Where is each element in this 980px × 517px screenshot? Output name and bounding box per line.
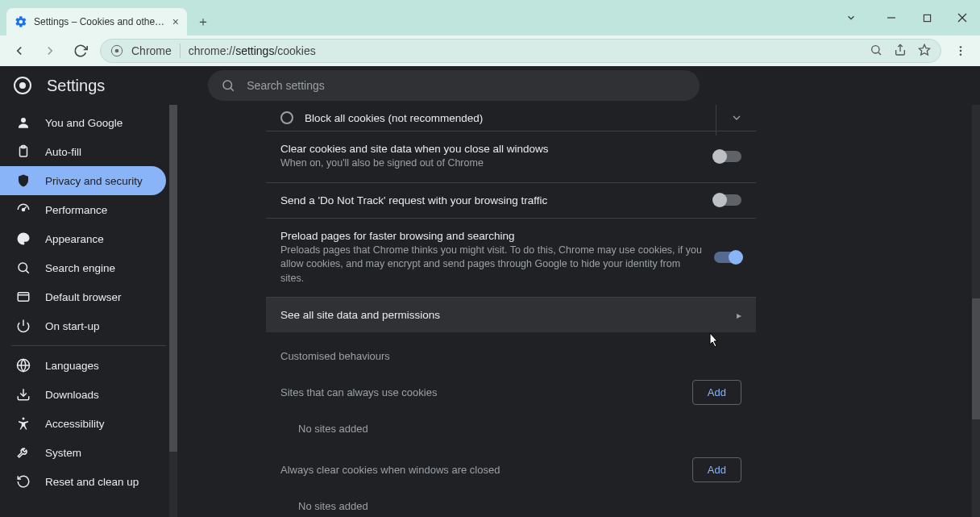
close-tab-icon[interactable]: × [172,15,179,28]
tab-title: Settings – Cookies and other site [34,16,166,27]
speed-icon [16,202,31,217]
sidebar-item-languages[interactable]: Languages [0,351,166,380]
restore-icon [16,474,31,489]
preload-title: Preload pages for faster browsing and se… [280,230,703,242]
dnt-toggle[interactable] [714,194,741,206]
svg-line-7 [878,52,881,55]
settings-page: Settings You and GoogleAuto-fillPrivacy … [0,66,980,517]
svg-point-22 [19,263,27,272]
custom-behaviours-header: Customised behaviours [266,332,756,369]
clear-on-close-title: Clear cookies and site data when you clo… [280,143,703,155]
site-info-icon[interactable] [110,44,123,57]
always-allow-label: Sites that can always use cookies [280,386,437,398]
svg-point-30 [23,418,25,420]
sidebar-item-label: You and Google [45,117,122,129]
preload-toggle[interactable] [714,252,741,263]
forward-button[interactable] [39,40,61,62]
sidebar-item-auto-fill[interactable]: Auto-fill [0,137,166,166]
sidebar-item-reset-and-clean-up[interactable]: Reset and clean up [0,467,166,496]
sidebar-item-downloads[interactable]: Downloads [0,380,166,409]
svg-point-15 [223,81,232,90]
sidebar-scrollbar[interactable] [169,105,177,517]
sidebar-item-default-browser[interactable]: Default browser [0,282,166,311]
settings-header: Settings [0,66,980,105]
power-icon [16,319,31,333]
svg-marker-9 [919,44,929,55]
tab-search-button[interactable] [833,6,869,30]
see-all-site-data-row[interactable]: See all site data and permissions ▸ [266,297,756,332]
maximize-button[interactable] [909,6,945,30]
svg-line-23 [26,270,28,273]
sidebar-item-label: Default browser [45,291,122,303]
sidebar-item-label: Search engine [45,262,115,274]
sidebar-item-accessibility[interactable]: Accessibility [0,409,166,438]
sidebar-item-label: Accessibility [45,418,105,430]
svg-rect-24 [18,293,29,302]
close-window-button[interactable] [945,6,980,30]
accessibility-icon [16,416,31,431]
dnt-title: Send a 'Do Not Track' request with your … [280,194,703,206]
preload-row: Preload pages for faster browsing and se… [266,218,756,298]
clear-on-close-row: Clear cookies and site data when you clo… [266,131,756,182]
gear-icon [15,15,27,28]
add-always-clear-button[interactable]: Add [692,457,741,482]
reload-button[interactable] [69,40,92,62]
always-clear-empty: No sites added [266,494,756,517]
sidebar-separator [11,345,166,346]
sidebar-item-label: Languages [45,360,99,372]
always-allow-empty: No sites added [266,416,756,446]
back-button[interactable] [8,40,31,62]
settings-search-input[interactable] [247,79,687,92]
sidebar-item-search-engine[interactable]: Search engine [0,253,166,282]
sidebar-item-label: Appearance [45,233,104,245]
expand-button[interactable] [716,105,756,136]
browser-tab[interactable]: Settings – Cookies and other site × [6,8,187,35]
sidebar-item-label: Privacy and security [45,175,143,187]
sidebar-item-you-and-google[interactable]: You and Google [0,108,166,137]
search-icon [16,261,31,275]
shield-icon [16,173,31,188]
block-all-cookies-option[interactable]: Block all cookies (not recommended) [266,105,756,131]
svg-point-10 [960,46,961,48]
sidebar-item-appearance[interactable]: Appearance [0,224,166,253]
sidebar-item-system[interactable]: System [0,438,166,467]
share-icon[interactable] [894,44,907,59]
zoom-icon[interactable] [870,44,882,59]
wrench-icon [16,445,31,460]
sidebar-item-privacy-and-security[interactable]: Privacy and security [0,166,166,195]
sidebar-item-label: Performance [45,204,107,216]
clipboard-icon [16,144,31,159]
add-always-allow-button[interactable]: Add [692,380,741,405]
preload-desc: Preloads pages that Chrome thinks you mi… [280,244,703,286]
omnibox-chrome-label: Chrome [131,44,172,57]
minimize-button[interactable] [874,6,909,30]
sidebar-item-label: On start-up [45,320,100,332]
chrome-logo-icon [13,76,32,95]
sidebar-item-label: Reset and clean up [45,476,139,488]
sidebar-item-on-start-up[interactable]: On start-up [0,311,166,340]
dnt-row: Send a 'Do Not Track' request with your … [266,182,756,218]
svg-line-16 [231,88,234,90]
see-all-label: See all site data and permissions [280,309,725,321]
omnibox-separator [180,44,181,58]
window-titlebar: Settings – Cookies and other site × ＋ [0,0,980,35]
svg-point-14 [19,82,26,89]
main-scrollbar[interactable] [972,105,980,517]
new-tab-button[interactable]: ＋ [192,10,214,33]
clear-on-close-toggle[interactable] [714,151,741,162]
sidebar-item-performance[interactable]: Performance [0,195,166,224]
chevron-down-icon [730,111,743,124]
bookmark-icon[interactable] [918,44,931,59]
always-clear-label: Always clear cookies when windows are cl… [280,464,500,476]
download-icon [16,387,31,402]
always-clear-section: Always clear cookies when windows are cl… [266,446,756,494]
search-icon [221,78,235,93]
omnibox[interactable]: Chrome chrome://settings/cookies [100,39,941,63]
svg-point-6 [872,45,879,52]
settings-search[interactable] [208,70,700,101]
chevron-right-icon: ▸ [737,310,741,321]
radio-icon [280,111,293,124]
always-allow-section: Sites that can always use cookies Add [266,369,756,416]
svg-point-11 [960,50,961,52]
browser-menu-button[interactable] [949,40,972,62]
